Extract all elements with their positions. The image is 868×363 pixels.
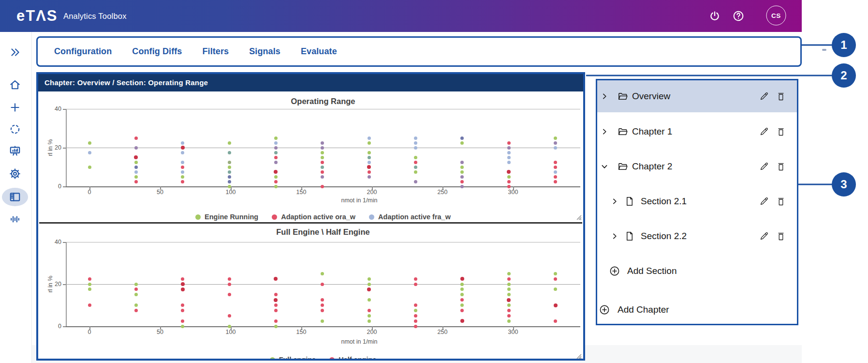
scatter-point (507, 156, 511, 159)
scatter-point (274, 161, 278, 164)
tree-row-section-2-1[interactable]: Section 2.1 (597, 185, 797, 217)
resize-handle[interactable] (576, 353, 582, 359)
gridline (66, 326, 580, 327)
tree-row-chapter-1[interactable]: Chapter 1 (597, 116, 797, 148)
trash-icon[interactable] (776, 231, 786, 242)
rail-item-plus[interactable] (9, 101, 21, 114)
scatter-point (88, 303, 91, 307)
scatter-point (554, 141, 557, 145)
chevron-right-icon[interactable] (611, 232, 619, 241)
add-icon[interactable] (599, 304, 610, 316)
rail-item-gear[interactable] (9, 167, 21, 180)
tree-row-overview[interactable]: Overview (597, 80, 797, 112)
resize-handle[interactable] (576, 214, 582, 220)
scatter-point (321, 151, 324, 154)
trash-icon[interactable] (776, 197, 786, 207)
trash-icon[interactable] (776, 91, 786, 102)
scatter-point (321, 175, 324, 179)
scatter-point (181, 325, 184, 328)
tab-signals[interactable]: Signals (249, 46, 280, 57)
scatter-point (554, 175, 557, 179)
rail-item-layout-sidebar[interactable] (9, 191, 21, 203)
y-tick-label: 20 (55, 144, 61, 151)
chevron-down-icon[interactable] (601, 163, 609, 171)
scatter-point (88, 277, 91, 281)
scatter-point (134, 161, 138, 164)
pencil-icon[interactable] (759, 231, 769, 242)
avatar[interactable]: CS (766, 6, 786, 26)
scatter-point (507, 303, 511, 307)
scatter-point (554, 146, 557, 150)
scatter-point (507, 151, 511, 154)
tab-configuration[interactable]: Configuration (54, 46, 112, 57)
doc-icon (624, 196, 635, 207)
tree-row-add-chapter[interactable]: Add Chapter (597, 294, 797, 325)
scatter-point (274, 277, 278, 281)
pencil-icon[interactable] (759, 197, 769, 207)
scatter-point (368, 136, 371, 140)
rail-item-home[interactable] (9, 78, 21, 91)
scatter-point (274, 319, 278, 323)
scatter-point (274, 146, 278, 150)
trash-icon[interactable] (776, 127, 786, 137)
tab-filters[interactable]: Filters (202, 46, 229, 57)
scatter-point (181, 161, 184, 164)
scatter-point (321, 161, 324, 164)
trash-icon[interactable] (776, 162, 786, 172)
legend-dot-icon (272, 214, 277, 220)
chevron-right-icon[interactable] (611, 197, 619, 206)
scatter-point (507, 175, 511, 179)
scatter-point (460, 298, 464, 302)
tab-evaluate[interactable]: Evaluate (301, 46, 337, 57)
scatter-point (460, 277, 464, 281)
scatter-point (554, 166, 557, 169)
scatter-point (274, 293, 278, 296)
annotation-marker-2: 2 (832, 63, 856, 88)
tab-config-diffs[interactable]: Config Diffs (132, 46, 182, 57)
tree-item-label: Chapter 2 (632, 161, 672, 172)
rail-item-chevrons-right[interactable] (9, 46, 21, 59)
pencil-icon[interactable] (759, 127, 769, 137)
scatter-point (88, 141, 91, 145)
rail-item-waveform[interactable] (9, 213, 21, 226)
tree-row-chapter-2[interactable]: Chapter 2 (597, 151, 797, 182)
rail-item-spinner[interactable] (9, 123, 21, 136)
chevron-right-icon[interactable] (601, 92, 609, 101)
y-tick-label: 0 (58, 323, 61, 330)
chart-legend: Full engineHalf engine (66, 356, 580, 361)
folder-icon (618, 126, 629, 137)
x-tick-label: 0 (88, 189, 91, 196)
y-tick-label: 0 (58, 183, 61, 190)
scatter-point (228, 161, 231, 164)
scatter-point (368, 170, 371, 174)
chevron-right-icon[interactable] (601, 128, 609, 136)
tree-row-add-section[interactable]: Add Section (597, 255, 797, 287)
scatter-point (274, 170, 278, 174)
scatter-point (507, 146, 511, 150)
chevron-right-icon (611, 197, 619, 206)
tree-add-label: Add Chapter (618, 304, 669, 315)
rail-item-presentation-chart[interactable] (9, 145, 21, 157)
scatter-point (321, 303, 324, 307)
scatter-point (321, 185, 324, 188)
add-icon[interactable] (609, 265, 620, 277)
scatter-point (274, 180, 278, 183)
x-tick-label: 250 (438, 329, 448, 335)
scatter-point (134, 155, 138, 159)
tree-row-section-2-2[interactable]: Section 2.2 (597, 220, 797, 252)
scatter-point (274, 136, 278, 140)
avatar-initials: CS (771, 12, 781, 19)
scatter-point (460, 309, 464, 312)
help-icon[interactable] (732, 10, 745, 22)
scatter-point (507, 309, 511, 312)
scatter-point (507, 170, 511, 174)
y-tick-label: 20 (55, 281, 61, 287)
pencil-icon[interactable] (759, 91, 769, 102)
x-tick-label: 300 (508, 189, 518, 196)
pencil-icon[interactable] (759, 162, 769, 172)
doc-icon (624, 231, 635, 242)
scatter-point (181, 146, 185, 150)
scatter-point (228, 151, 231, 154)
power-icon[interactable] (708, 10, 721, 22)
scatter-point (321, 170, 324, 174)
